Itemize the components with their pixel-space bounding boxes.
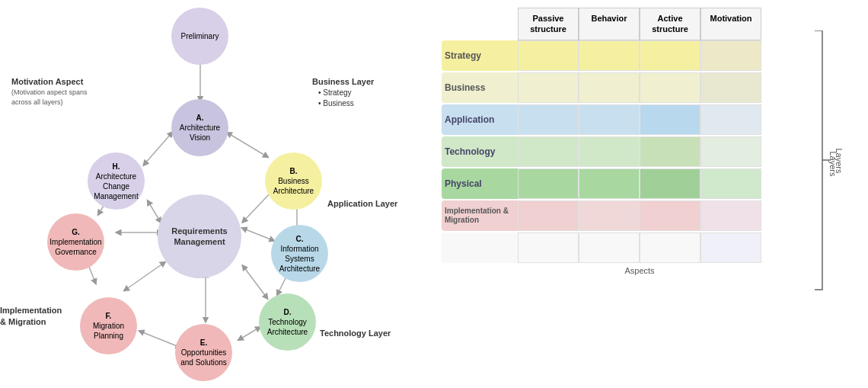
row-physical: Physical bbox=[442, 168, 807, 199]
row-implmig-active bbox=[640, 200, 700, 231]
circle-d-code: D. bbox=[284, 307, 292, 317]
circle-g-code: G. bbox=[72, 227, 80, 237]
circle-b: B. Business Architecture bbox=[265, 152, 322, 210]
circle-d: D. Technology Architecture bbox=[259, 293, 316, 351]
row-business-behavior bbox=[579, 72, 640, 103]
row-implmig-behavior bbox=[579, 200, 640, 231]
impl-migration-title: Implementation& Migration bbox=[0, 305, 62, 329]
row-application-active bbox=[640, 104, 700, 135]
application-layer-block: Application Layer bbox=[327, 198, 397, 210]
circle-g: G. Implementation Governance bbox=[47, 213, 104, 271]
circle-c-label: Information Systems Architecture bbox=[271, 244, 328, 274]
row-label-application: Application bbox=[442, 104, 518, 135]
adm-diagram: Preliminary A. Architecture Vision B. Bu… bbox=[0, 0, 411, 388]
row-empty-passive bbox=[518, 232, 579, 263]
business-item-1: • Strategy bbox=[312, 88, 374, 98]
circle-a-label: Architecture Vision bbox=[171, 123, 228, 143]
aspects-table-container: Passive structure Behavior Active struct… bbox=[434, 8, 853, 374]
row-strategy-passive bbox=[518, 40, 579, 71]
svg-line-2 bbox=[145, 133, 171, 164]
row-implmig-passive bbox=[518, 200, 579, 231]
row-label-implmig: Implementation & Migration bbox=[442, 200, 518, 231]
business-layer-title: Business Layer bbox=[312, 76, 374, 88]
technology-layer-block: Technology Layer bbox=[320, 328, 391, 339]
circle-e-code: E. bbox=[200, 338, 207, 348]
circle-f-label: Migration Planning bbox=[80, 321, 137, 341]
technology-layer-title: Technology Layer bbox=[320, 328, 391, 339]
svg-line-13 bbox=[141, 332, 179, 347]
circle-b-label: Business Architecture bbox=[265, 176, 322, 196]
circle-f: F. Migration Planning bbox=[80, 297, 137, 354]
preliminary-label: Preliminary bbox=[180, 31, 219, 41]
aspects-table: Passive structure Behavior Active struct… bbox=[442, 8, 807, 275]
svg-line-12 bbox=[240, 328, 259, 339]
row-implmig: Implementation & Migration bbox=[442, 200, 807, 231]
layers-label: Layers bbox=[834, 148, 843, 173]
row-business-passive bbox=[518, 72, 579, 103]
row-label-business: Business bbox=[442, 72, 518, 103]
row-strategy-behavior bbox=[579, 40, 640, 71]
business-layer-block: Business Layer • Strategy • Business bbox=[312, 76, 374, 109]
row-application: Application bbox=[442, 104, 807, 135]
row-empty bbox=[442, 232, 807, 263]
row-empty-active bbox=[640, 232, 700, 263]
circle-preliminary: Preliminary bbox=[171, 8, 228, 65]
center-label: Requirements Management bbox=[158, 226, 241, 248]
impl-migration-block: Implementation& Migration bbox=[0, 305, 62, 329]
row-label-empty bbox=[442, 232, 518, 263]
row-implmig-motivation bbox=[700, 200, 761, 231]
row-technology-active bbox=[640, 136, 700, 167]
row-label-technology: Technology bbox=[442, 136, 518, 167]
row-business-motivation bbox=[700, 72, 761, 103]
row-label-strategy: Strategy bbox=[442, 40, 518, 71]
svg-line-1 bbox=[228, 133, 266, 156]
application-layer-title: Application Layer bbox=[327, 198, 397, 210]
circle-d-label: Technology Architecture bbox=[259, 317, 316, 337]
row-strategy-motivation bbox=[700, 40, 761, 71]
row-technology-passive bbox=[518, 136, 579, 167]
row-technology: Technology bbox=[442, 136, 807, 167]
row-empty-behavior bbox=[579, 232, 640, 263]
col-header-active: Active structure bbox=[640, 8, 700, 40]
circle-center: Requirements Management bbox=[158, 194, 241, 278]
motivation-aspect-title: Motivation Aspect bbox=[11, 76, 95, 88]
col-header-passive: Passive structure bbox=[518, 8, 579, 40]
circle-e: E. Opportunities and Solutions bbox=[175, 324, 232, 381]
circle-h-code: H. bbox=[113, 162, 120, 172]
circle-h: H. Architecture Change Management bbox=[88, 152, 145, 210]
circle-c: C. Information Systems Architecture bbox=[271, 225, 328, 282]
circle-a-code: A. bbox=[196, 113, 204, 123]
row-physical-motivation bbox=[700, 168, 761, 199]
col-header-behavior: Behavior bbox=[579, 8, 640, 40]
svg-line-4 bbox=[244, 229, 273, 240]
row-business-active bbox=[640, 72, 700, 103]
business-item-2: • Business bbox=[312, 98, 374, 109]
row-physical-passive bbox=[518, 168, 579, 199]
table-header-row: Passive structure Behavior Active struct… bbox=[518, 8, 807, 40]
row-application-passive bbox=[518, 104, 579, 135]
motivation-aspect-block: Motivation Aspect (Motivation aspect spa… bbox=[11, 76, 95, 107]
svg-line-7 bbox=[126, 263, 164, 290]
circle-c-code: C. bbox=[296, 234, 304, 244]
row-strategy: Strategy bbox=[442, 40, 807, 71]
circle-h-label: Architecture Change Management bbox=[88, 172, 145, 201]
svg-line-9 bbox=[244, 267, 266, 297]
col-header-motivation: Motivation bbox=[700, 8, 761, 40]
row-application-behavior bbox=[579, 104, 640, 135]
row-physical-behavior bbox=[579, 168, 640, 199]
motivation-aspect-sub: (Motivation aspect spans across all laye… bbox=[11, 88, 95, 107]
row-strategy-active bbox=[640, 40, 700, 71]
circle-a: A. Architecture Vision bbox=[171, 99, 228, 156]
circle-e-label: Opportunities and Solutions bbox=[175, 348, 232, 367]
row-physical-active bbox=[640, 168, 700, 199]
svg-line-5 bbox=[148, 202, 160, 221]
row-technology-motivation bbox=[700, 136, 761, 167]
row-application-motivation bbox=[700, 104, 761, 135]
circle-b-code: B. bbox=[290, 166, 298, 176]
row-label-physical: Physical bbox=[442, 168, 518, 199]
row-technology-behavior bbox=[579, 136, 640, 167]
aspects-label: Aspects bbox=[518, 266, 761, 275]
circle-f-code: F. bbox=[106, 311, 112, 321]
row-empty-motivation bbox=[700, 232, 761, 263]
circle-g-label: Implementation Governance bbox=[47, 237, 104, 257]
